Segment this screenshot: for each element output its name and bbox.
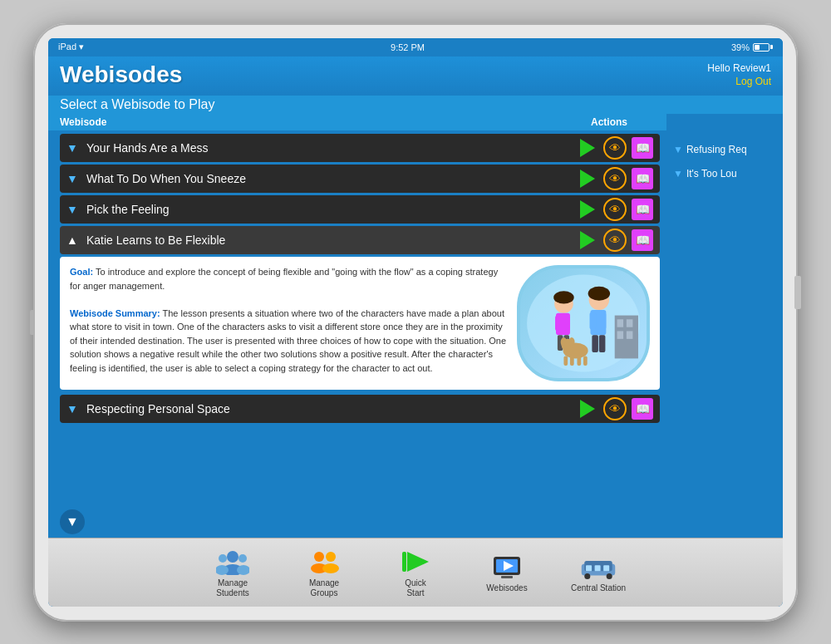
play-button[interactable]: [577, 168, 598, 189]
play-button[interactable]: [577, 229, 598, 251]
svg-rect-19: [563, 356, 568, 366]
svg-rect-12: [592, 335, 598, 352]
svg-point-7: [553, 291, 574, 303]
book-button[interactable]: 📖: [632, 168, 653, 189]
svg-rect-20: [570, 356, 574, 366]
table-row[interactable]: ▼ What To Do When You Sneeze 👁 📖: [60, 165, 660, 193]
scroll-down-button[interactable]: ▼: [60, 509, 85, 534]
username: Hello Review1: [707, 61, 771, 76]
sidebar-item-tooloud[interactable]: ▼ It's Too Lou: [666, 163, 783, 184]
nav-label: QuickStart: [405, 578, 426, 598]
table-row[interactable]: ▼ Pick the Feeling 👁 📖: [60, 195, 660, 224]
battery-percent: 39%: [731, 42, 750, 52]
nav-central-station[interactable]: Central Station: [553, 548, 644, 595]
logout-button[interactable]: Log Out: [707, 75, 771, 89]
book-button[interactable]: 📖: [632, 137, 653, 159]
book-icon: 📖: [636, 141, 650, 155]
status-time: 9:52 PM: [391, 42, 425, 52]
expanded-text: Goal: To introduce and explore the conce…: [70, 265, 509, 381]
action-buttons: 👁 📖: [570, 397, 653, 420]
table-row[interactable]: ▼ Respecting Personal Space 👁 📖: [60, 395, 660, 423]
svg-rect-46: [586, 565, 592, 571]
svg-point-34: [314, 552, 324, 562]
chevron-down-icon: ▼: [66, 203, 80, 216]
table-row[interactable]: ▼ Your Hands Are a Mess 👁 📖: [60, 134, 660, 162]
summary-label: Webisode Summary:: [70, 308, 160, 318]
ipad-label: iPad ▾: [58, 42, 84, 52]
eye-icon: 👁: [609, 172, 621, 185]
webisode-title: What To Do When You Sneeze: [86, 172, 570, 185]
status-bar: iPad ▾ 9:52 PM 39%: [48, 38, 783, 57]
status-left: iPad ▾: [58, 42, 84, 52]
chevron-down-icon: ▼: [66, 402, 80, 415]
action-buttons: 👁 📖: [570, 136, 653, 160]
webisode-title: Your Hands Are a Mess: [86, 141, 570, 155]
chevron-down-icon: ▼: [66, 172, 80, 185]
svg-point-28: [227, 551, 238, 563]
svg-rect-11: [600, 312, 607, 330]
svg-rect-22: [583, 356, 588, 366]
book-icon: 📖: [636, 172, 650, 185]
eye-icon: 👁: [609, 203, 621, 216]
goal-text: To introduce and explore the concept of …: [70, 267, 498, 291]
play-button[interactable]: [577, 199, 598, 220]
nav-webisodes[interactable]: Webisodes: [461, 548, 553, 595]
col-actions-header: Actions: [563, 116, 655, 128]
webisode-title: Respecting Personal Space: [86, 402, 570, 415]
app-header: Webisodes Hello Review1 Log Out: [48, 57, 783, 96]
webisode-list: ▼ Your Hands Are a Mess 👁 📖 ▼ What To Do…: [48, 130, 666, 505]
chevron-down-icon: ▼: [673, 144, 683, 155]
play-button[interactable]: [577, 398, 598, 420]
eye-icon: 👁: [609, 141, 621, 155]
view-button[interactable]: 👁: [603, 136, 627, 160]
svg-rect-43: [501, 576, 513, 578]
user-info: Hello Review1 Log Out: [707, 61, 771, 90]
manage-groups-icon: [306, 547, 342, 577]
chevron-down-icon: ▼: [673, 168, 683, 179]
book-icon: 📖: [636, 203, 650, 216]
book-icon: 📖: [636, 234, 650, 247]
view-button[interactable]: 👁: [603, 167, 627, 190]
sidebar-item-label: Refusing Req: [686, 144, 747, 155]
bottom-nav: ManageStudents ManageGroups: [48, 538, 783, 607]
book-icon: 📖: [636, 402, 650, 415]
chevron-up-icon: ▲: [66, 234, 80, 247]
svg-point-18: [568, 337, 575, 347]
nav-manage-students[interactable]: ManageStudents: [187, 543, 278, 600]
nav-manage-groups[interactable]: ManageGroups: [278, 543, 370, 600]
svg-rect-27: [627, 332, 633, 339]
book-button[interactable]: 📖: [632, 199, 653, 220]
svg-rect-48: [603, 565, 609, 571]
chevron-down-icon: ▼: [66, 514, 79, 529]
svg-rect-39: [402, 552, 406, 572]
svg-rect-4: [564, 316, 570, 332]
left-panel: Webisode Actions ▼ Your Hands Are a Mess…: [48, 114, 666, 537]
svg-rect-13: [599, 335, 606, 352]
action-buttons: 👁 📖: [570, 198, 653, 221]
table-row[interactable]: ▲ Katie Learns to Be Flexible 👁 📖: [60, 226, 660, 254]
quick-start-icon: [397, 547, 434, 577]
page-subtitle: Select a Webisode to Play: [60, 97, 771, 112]
sidebar-item-refusing[interactable]: ▼ Refusing Req: [666, 139, 783, 160]
nav-quick-start[interactable]: QuickStart: [370, 543, 461, 600]
main-content: Webisode Actions ▼ Your Hands Are a Mess…: [48, 114, 783, 537]
view-button[interactable]: 👁: [603, 397, 627, 420]
book-button[interactable]: 📖: [632, 398, 653, 420]
play-button[interactable]: [577, 137, 598, 159]
view-button[interactable]: 👁: [603, 229, 627, 252]
webisode-title: Pick the Feeling: [86, 203, 570, 216]
app-title: Webisodes: [60, 61, 182, 88]
manage-students-icon: [214, 547, 251, 577]
eye-icon: 👁: [609, 402, 621, 415]
sidebar-item-label: It's Too Lou: [686, 168, 737, 179]
status-right: 39%: [731, 42, 773, 52]
ipad-frame: iPad ▾ 9:52 PM 39% Webisodes Hello Revie…: [33, 23, 798, 622]
volume-button[interactable]: [30, 310, 35, 335]
svg-point-32: [238, 554, 247, 563]
action-buttons: 👁 📖: [570, 229, 653, 252]
view-button[interactable]: 👁: [603, 198, 627, 221]
svg-point-49: [584, 573, 590, 578]
book-button[interactable]: 📖: [632, 229, 653, 251]
home-button[interactable]: [794, 276, 801, 309]
goal-label: Goal:: [70, 267, 93, 277]
